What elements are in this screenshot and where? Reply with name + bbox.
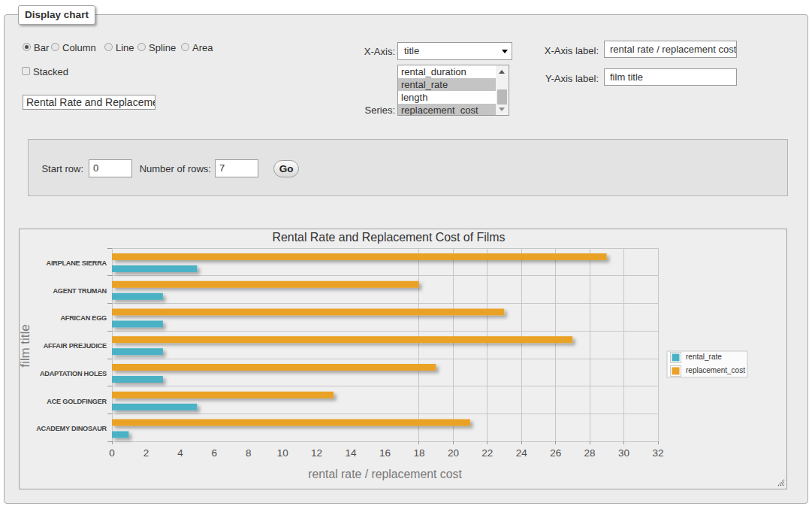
svg-text:32: 32 — [652, 447, 663, 459]
svg-text:replacement_cost: replacement_cost — [686, 366, 745, 374]
svg-text:20: 20 — [448, 447, 459, 459]
svg-text:ACE GOLDFINGER: ACE GOLDFINGER — [47, 398, 107, 405]
svg-text:Rental Rate and Replacement Co: Rental Rate and Replacement Cost of Film… — [272, 231, 505, 244]
svg-text:ADAPTATION HOLES: ADAPTATION HOLES — [40, 370, 107, 377]
svg-text:18: 18 — [413, 447, 424, 459]
svg-text:12: 12 — [311, 447, 322, 459]
svg-text:16: 16 — [379, 447, 391, 459]
svg-text:AIRPLANE SIERRA: AIRPLANE SIERRA — [47, 259, 107, 267]
svg-text:rental rate / replacement cost: rental rate / replacement cost — [308, 468, 462, 480]
svg-text:4: 4 — [177, 447, 183, 459]
svg-text:10: 10 — [277, 447, 288, 459]
svg-text:30: 30 — [618, 447, 629, 459]
svg-text:6: 6 — [212, 447, 218, 459]
svg-text:AFRICAN EGG: AFRICAN EGG — [60, 314, 107, 322]
svg-text:film title: film title — [20, 324, 32, 368]
svg-text:22: 22 — [481, 447, 493, 459]
svg-text:28: 28 — [584, 447, 596, 459]
svg-text:rental_rate: rental_rate — [686, 353, 722, 361]
svg-text:0: 0 — [109, 447, 115, 459]
svg-text:ACADEMY DINOSAUR: ACADEMY DINOSAUR — [36, 425, 107, 432]
svg-text:8: 8 — [246, 447, 252, 459]
svg-text:AGENT TRUMAN: AGENT TRUMAN — [53, 287, 107, 295]
svg-text:14: 14 — [346, 447, 358, 459]
svg-text:2: 2 — [143, 447, 149, 459]
svg-text:AFFAIR PREJUDICE: AFFAIR PREJUDICE — [44, 342, 107, 350]
svg-text:26: 26 — [550, 447, 561, 459]
svg-text:24: 24 — [516, 447, 528, 459]
